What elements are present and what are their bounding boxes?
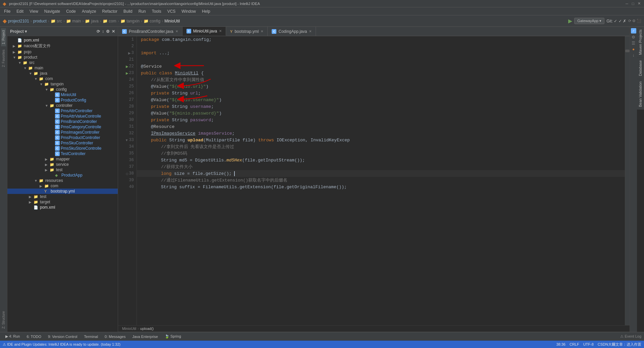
fold-icon[interactable]: ▶ xyxy=(128,51,131,55)
menu-help[interactable]: Help xyxy=(199,8,213,14)
tree-item-src[interactable]: ▼ 📁 src xyxy=(7,60,118,65)
menu-window[interactable]: Window xyxy=(179,8,199,14)
sync-icon[interactable]: ⟳ xyxy=(97,29,100,34)
breadcrumb-tangxin[interactable]: 📁 tangxin xyxy=(120,19,140,23)
run-gutter-icon[interactable]: ▶ xyxy=(126,65,128,68)
menu-refactor[interactable]: Refactor xyxy=(100,8,120,14)
run-config-selector[interactable]: GatewayApp ▾ xyxy=(574,18,604,24)
tree-item-pmssku[interactable]: C PmsSkuController xyxy=(7,140,118,146)
tree-item-productapp[interactable]: ◆ ProductApp xyxy=(7,172,118,178)
tree-item-productconfig[interactable]: C ProductConfig xyxy=(7,97,118,103)
tab-bootstrap[interactable]: Y bootstrap.yml ✕ xyxy=(226,27,268,36)
tree-item-java[interactable]: ▼ 📁 java xyxy=(7,71,118,76)
tree-item-main[interactable]: ▼ 📁 main xyxy=(7,65,118,71)
sort-icon[interactable]: ↕ xyxy=(102,29,104,34)
menu-view[interactable]: View xyxy=(27,8,41,14)
favorites-panel-tab[interactable]: 2: Favorites xyxy=(1,48,6,69)
breadcrumb-src[interactable]: 📁 src xyxy=(51,19,62,23)
tree-item-target[interactable]: ▶ 📁 target xyxy=(7,199,118,205)
java-enterprise-tab[interactable]: Java Enterprise xyxy=(129,334,160,339)
tree-item-pom-root[interactable]: 📄 pom.xml xyxy=(7,38,118,43)
project-panel-tab[interactable]: 1: Project xyxy=(1,28,6,46)
tree-item-pmsattrvalue[interactable]: C PmsAttrValueControlle xyxy=(7,114,118,119)
tree-item-pmsproduct[interactable]: C PmsProductController xyxy=(7,135,118,140)
menu-build[interactable]: Build xyxy=(121,8,135,14)
status-encoding[interactable]: UTF-8 xyxy=(583,342,594,346)
code-area[interactable]: package com.tangxin.config; import ...; … xyxy=(137,36,625,325)
menu-navigate[interactable]: Navigate xyxy=(42,8,63,14)
bean-validation-tab[interactable]: Bean Validation xyxy=(637,79,644,110)
breadcrumb-java[interactable]: 📁 java xyxy=(85,19,98,23)
tree-item-bootstrap[interactable]: Y bootstrap.yml xyxy=(7,189,118,194)
breadcrumb-product[interactable]: product xyxy=(33,19,47,23)
tree-item-tangxin[interactable]: ▼ 📁 tangxin xyxy=(7,81,118,87)
tree-item-resources[interactable]: ▼ 📁 resources xyxy=(7,178,118,183)
right-icon-3[interactable]: ☰ xyxy=(632,41,635,46)
hide-icon[interactable]: ✕ xyxy=(112,29,115,34)
status-crlf[interactable]: CRLF xyxy=(570,342,579,346)
path-minioutil[interactable]: MinioUtil xyxy=(122,327,136,331)
todo-tab[interactable]: 6: TODO xyxy=(24,334,44,339)
tree-item-pmsbrand[interactable]: C PmsBrandController xyxy=(7,119,118,124)
menu-analyze[interactable]: Analyze xyxy=(79,8,99,14)
scrollbar-thumb[interactable] xyxy=(625,50,630,52)
database-tab[interactable]: Database xyxy=(637,58,644,79)
breadcrumb-config[interactable]: 📁 config xyxy=(144,19,160,23)
spring-tab[interactable]: 🍃 Spring xyxy=(162,334,184,339)
minimize-button[interactable]: ─ xyxy=(625,1,629,6)
menu-vcs[interactable]: VCS xyxy=(165,8,178,14)
event-log-btn[interactable]: ⚠ Event Log xyxy=(620,334,641,339)
right-scrollbar[interactable] xyxy=(625,36,630,325)
method-gutter-icon[interactable]: ▼ xyxy=(125,138,128,142)
close-button[interactable]: ✕ xyxy=(637,1,641,6)
tree-item-pojo[interactable]: ▶ 📁 pojo xyxy=(7,49,118,55)
terminal-tab[interactable]: Terminal xyxy=(82,334,101,339)
tree-item-minioutil[interactable]: C MinioUtil xyxy=(7,92,118,97)
menu-tools[interactable]: Tools xyxy=(149,8,164,14)
structure-panel-tab[interactable]: Z: Structure xyxy=(1,309,6,331)
right-icon-4[interactable]: ● xyxy=(632,47,635,52)
tree-item-pom-product[interactable]: 📄 pom.xml xyxy=(7,205,118,210)
vcs-tab[interactable]: 9: Version Control xyxy=(45,334,80,339)
tab-pmsbrand[interactable]: C PmsBrandController.java ✕ xyxy=(118,27,182,36)
tree-item-test2[interactable]: ▶ 📁 test xyxy=(7,194,118,199)
tab-minioutil[interactable]: C MinioUtil.java ✕ xyxy=(182,27,226,36)
run-icon[interactable]: ▶ xyxy=(568,18,572,24)
path-upload[interactable]: upload() xyxy=(140,327,154,331)
tree-item-mapper[interactable]: ▶ 📁 mapper xyxy=(7,156,118,162)
menu-edit[interactable]: Edit xyxy=(14,8,26,14)
tree-item-controller[interactable]: ▼ 📁 controller xyxy=(7,103,118,108)
status-git[interactable]: CSDN大爾文章：进入作置 xyxy=(598,342,641,347)
tree-item-pmscategory[interactable]: C PmsCategoryControlle xyxy=(7,124,118,130)
tree-item-resources-com[interactable]: ▶ 📁 com xyxy=(7,183,118,189)
tree-item-product[interactable]: ▼ 📁 product xyxy=(7,55,118,60)
tree-item-pmsattr[interactable]: C PmsAttrController xyxy=(7,108,118,114)
tab-close-minioutil[interactable]: ✕ xyxy=(219,29,222,33)
tree-item-nacos[interactable]: ▶ 📁 nacos配置文件 xyxy=(7,43,118,49)
settings-icon[interactable]: ⚙ xyxy=(106,29,110,34)
tab-close-pmsbrand[interactable]: ✕ xyxy=(175,29,178,33)
run-gutter-icon-2[interactable]: ▶ xyxy=(126,71,128,75)
breadcrumb-minioutils[interactable]: MinioUtil xyxy=(164,19,180,23)
tree-item-config[interactable]: ▼ 📁 config xyxy=(7,87,118,92)
tab-close-coding[interactable]: ✕ xyxy=(309,29,312,33)
breadcrumb-main[interactable]: 📁 main xyxy=(66,19,81,23)
run-tab[interactable]: ▶ 4: Run xyxy=(3,334,22,339)
tab-close-bootstrap[interactable]: ✕ xyxy=(261,29,263,33)
maven-projects-tab[interactable]: Maven Projects xyxy=(637,27,644,58)
messages-tab[interactable]: 0: Messages xyxy=(102,334,128,339)
tab-codingapp[interactable]: C CodingApp.java ✕ xyxy=(268,27,316,36)
tree-item-test-folder[interactable]: ▶ 📁 test xyxy=(7,167,118,172)
right-icon-2[interactable]: ⚙ xyxy=(632,35,635,40)
fold-icon-38[interactable]: ◇ xyxy=(126,172,128,176)
maximize-button[interactable]: □ xyxy=(631,1,635,6)
menu-file[interactable]: File xyxy=(1,8,13,14)
breadcrumb-com[interactable]: 📁 com xyxy=(103,19,116,23)
menu-run[interactable]: Run xyxy=(136,8,149,14)
right-icon-1[interactable]: ✓ xyxy=(631,28,636,33)
status-position[interactable]: 38:36 xyxy=(556,342,566,346)
menu-code[interactable]: Code xyxy=(63,8,78,14)
tree-item-pmsskustore[interactable]: C PmsSkuStoreControlle xyxy=(7,146,118,151)
tree-item-pmsimages[interactable]: C PmsImagesController xyxy=(7,130,118,135)
tree-item-testcontroller[interactable]: C TestController xyxy=(7,151,118,156)
